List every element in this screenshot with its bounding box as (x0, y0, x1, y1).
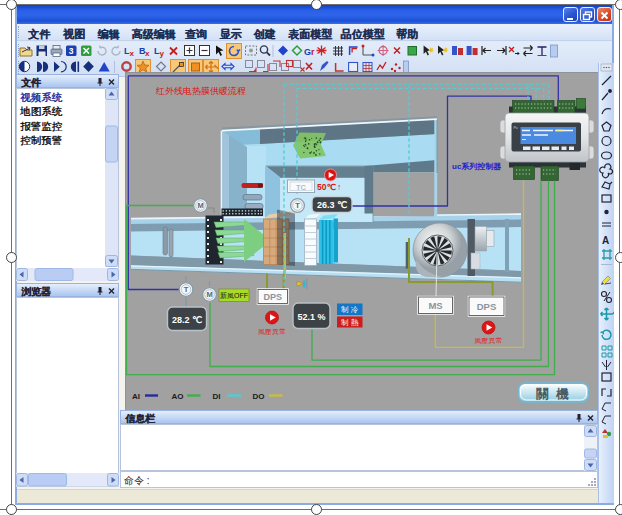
svg-text:DPS: DPS (263, 292, 282, 302)
svg-text:DPS: DPS (477, 301, 497, 312)
svg-text:新風OFF: 新風OFF (220, 291, 248, 299)
svg-text:3: 3 (69, 46, 74, 56)
svg-text:關 機: 關 機 (535, 387, 570, 401)
svg-text:MS: MS (428, 300, 442, 311)
svg-text:M: M (206, 290, 212, 299)
svg-text:DI: DI (213, 392, 221, 401)
svg-text:红外线电热膜供暖流程: 红外线电热膜供暖流程 (155, 86, 246, 96)
svg-text:A: A (602, 235, 609, 246)
svg-text:↑: ↑ (337, 182, 341, 192)
svg-text:28.2 ℃: 28.2 ℃ (172, 315, 202, 325)
svg-text:G: G (304, 46, 311, 56)
svg-text:50℃: 50℃ (317, 182, 336, 192)
svg-text:T: T (184, 285, 189, 294)
svg-text:風壓異常: 風壓異常 (475, 337, 503, 345)
svg-text:x: x (145, 48, 150, 57)
svg-text:uc系列控制器: uc系列控制器 (452, 162, 501, 171)
svg-text:y: y (160, 48, 165, 57)
svg-text:r: r (311, 46, 315, 56)
svg-text:Pu: Pu (514, 126, 518, 130)
svg-text:T: T (295, 201, 300, 210)
svg-text:x: x (130, 48, 135, 57)
svg-text:M: M (197, 201, 203, 210)
svg-text:風壓異常: 風壓異常 (258, 328, 286, 336)
svg-text:26.3 ℃: 26.3 ℃ (317, 200, 347, 210)
svg-text:制 冷: 制 冷 (340, 305, 359, 314)
svg-text:AO: AO (172, 392, 184, 401)
svg-text:52.1 %: 52.1 % (297, 312, 325, 322)
svg-text:制 熱: 制 熱 (340, 318, 359, 327)
svg-text:DO: DO (253, 392, 265, 401)
svg-text:TC: TC (296, 183, 307, 192)
svg-text:AI: AI (132, 392, 140, 401)
